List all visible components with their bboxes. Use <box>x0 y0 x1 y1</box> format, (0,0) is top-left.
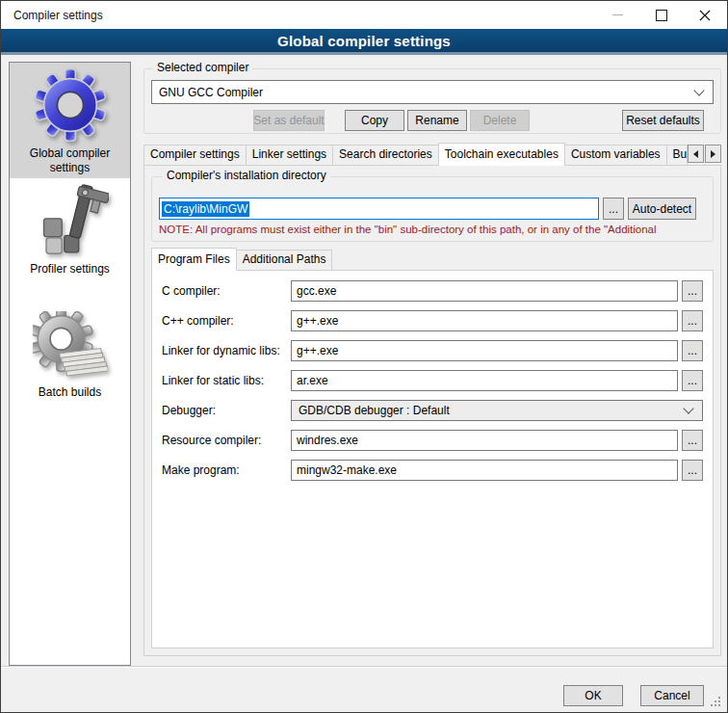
sidebar-item-label: Profiler settings <box>20 262 120 277</box>
field-label: C++ compiler: <box>162 314 234 328</box>
window-title: Compiler settings <box>13 9 103 22</box>
auto-detect-button[interactable]: Auto-detect <box>628 198 696 220</box>
chevron-down-icon <box>693 85 704 95</box>
tab-scroll-right-button[interactable] <box>705 145 721 163</box>
sidebar-item-profiler-settings[interactable]: Profiler settings <box>10 180 130 284</box>
tab-compiler-settings[interactable]: Compiler settings <box>143 145 247 165</box>
tab-build-options[interactable]: Build options <box>666 145 688 165</box>
tab-scroll-buttons <box>687 145 721 163</box>
settings-category-sidebar: Global compiler settings Profiler settin… <box>9 62 131 666</box>
debugger-value: GDB/CDB debugger : Default <box>299 404 450 417</box>
field-label: Make program: <box>162 463 240 477</box>
selected-compiler-combobox[interactable]: GNU GCC Compiler <box>151 80 714 104</box>
field-label: Debugger: <box>162 404 216 417</box>
static-linker-input[interactable] <box>291 370 678 391</box>
field-label: Resource compiler: <box>162 434 261 447</box>
dynamic-linker-browse-button[interactable]: ... <box>682 340 703 361</box>
gear-stack-icon <box>33 311 108 381</box>
set-as-default-button[interactable]: Set as default <box>253 110 325 131</box>
reset-defaults-button[interactable]: Reset defaults <box>622 110 704 131</box>
sidebar-item-global-compiler-settings[interactable]: Global compiler settings <box>10 63 130 178</box>
tab-custom-variables[interactable]: Custom variables <box>564 145 667 165</box>
resource-compiler-browse-button[interactable]: ... <box>682 430 703 451</box>
installation-directory-browse-button[interactable]: ... <box>603 198 624 220</box>
cpp-compiler-browse-button[interactable]: ... <box>682 310 703 331</box>
subtab-additional-paths[interactable]: Additional Paths <box>236 250 333 270</box>
program-files-page: C compiler: ... C++ compiler: ... Linker… <box>151 270 714 648</box>
maximize-button[interactable] <box>639 1 683 29</box>
selected-compiler-group-label: Selected compiler <box>153 62 252 74</box>
ok-button[interactable]: OK <box>563 685 623 706</box>
installation-directory-group-label: Compiler's installation directory <box>163 170 330 182</box>
caliper-icon <box>32 182 109 257</box>
sidebar-item-label: Global compiler settings <box>20 146 120 175</box>
c-compiler-browse-button[interactable]: ... <box>682 280 703 302</box>
c-compiler-input[interactable] <box>291 280 678 302</box>
sidebar-item-label: Batch builds <box>20 385 120 400</box>
dialog-header: Global compiler settings <box>1 29 727 55</box>
chevron-down-icon <box>683 403 693 413</box>
field-label: C compiler: <box>162 284 221 298</box>
footer-divider <box>1 666 727 668</box>
sidebar-item-batch-builds[interactable]: Batch builds <box>10 305 130 409</box>
installation-directory-selected-text: C:\raylib\MinGW <box>162 201 249 217</box>
installation-directory-note: NOTE: All programs must exist either in … <box>159 224 719 235</box>
title-bar[interactable]: Compiler settings <box>1 1 727 29</box>
compiler-options-tabbar: Compiler settings Linker settings Search… <box>143 143 721 166</box>
installation-directory-input[interactable]: C:\raylib\MinGW <box>159 198 599 220</box>
blue-gear-icon <box>34 68 107 142</box>
tab-scroll-left-button[interactable] <box>688 145 704 163</box>
maximize-icon <box>656 10 667 21</box>
program-files-tabbar: Program Files Additional Paths <box>151 247 714 271</box>
make-program-input[interactable] <box>291 460 678 481</box>
tab-scroll-right-icon <box>711 150 715 158</box>
close-icon <box>699 10 711 21</box>
field-label: Linker for static libs: <box>162 374 264 387</box>
debugger-select[interactable]: GDB/CDB debugger : Default <box>291 400 703 421</box>
cancel-button[interactable]: Cancel <box>640 685 704 706</box>
rename-button[interactable]: Rename <box>407 110 467 131</box>
tab-linker-settings[interactable]: Linker settings <box>246 145 333 165</box>
cpp-compiler-input[interactable] <box>291 310 678 331</box>
static-linker-browse-button[interactable]: ... <box>682 370 703 391</box>
minimize-icon <box>612 14 623 15</box>
resize-grip-icon[interactable] <box>718 704 720 706</box>
page-title: Global compiler settings <box>277 33 451 49</box>
compiler-settings-dialog: Compiler settings Global compiler settin… <box>0 0 728 713</box>
copy-button[interactable]: Copy <box>345 110 404 131</box>
subtab-program-files[interactable]: Program Files <box>151 248 237 271</box>
tab-scroll-left-icon <box>693 150 698 158</box>
tab-search-directories[interactable]: Search directories <box>332 145 439 165</box>
close-button[interactable] <box>683 1 726 29</box>
selected-compiler-value: GNU GCC Compiler <box>159 86 263 99</box>
minimize-button[interactable] <box>596 1 639 29</box>
make-program-browse-button[interactable]: ... <box>682 460 703 481</box>
tab-toolchain-executables[interactable]: Toolchain executables <box>438 143 565 166</box>
resource-compiler-input[interactable] <box>291 430 678 451</box>
delete-button[interactable]: Delete <box>470 110 530 131</box>
dynamic-linker-input[interactable] <box>291 340 678 361</box>
field-label: Linker for dynamic libs: <box>162 344 280 357</box>
